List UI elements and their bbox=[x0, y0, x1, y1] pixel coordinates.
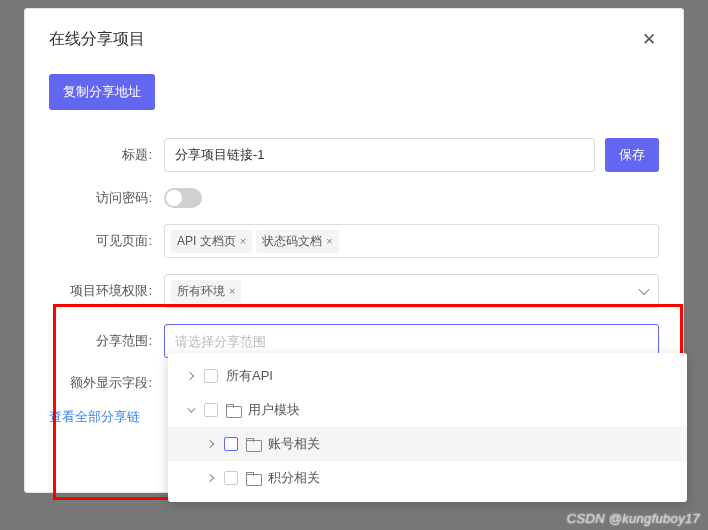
extra-label: 额外显示字段: bbox=[49, 374, 164, 392]
row-title: 标题: 保存 bbox=[49, 138, 659, 172]
scope-dropdown: 所有API 用户模块 账号相关 积分相关 bbox=[168, 353, 687, 502]
pages-tags[interactable]: API 文档页× 状态码文档× bbox=[164, 224, 659, 258]
modal-title: 在线分享项目 bbox=[49, 29, 145, 50]
copy-share-url-button[interactable]: 复制分享地址 bbox=[49, 74, 155, 110]
folder-icon bbox=[246, 473, 260, 484]
row-password: 访问密码: bbox=[49, 188, 659, 208]
checkbox[interactable] bbox=[204, 369, 218, 383]
save-button[interactable]: 保存 bbox=[605, 138, 659, 172]
password-toggle[interactable] bbox=[164, 188, 202, 208]
env-tag: 所有环境× bbox=[171, 280, 241, 303]
chevron-right-icon bbox=[204, 472, 216, 484]
tree-item-account[interactable]: 账号相关 bbox=[168, 427, 687, 461]
pages-label: 可见页面: bbox=[49, 232, 164, 250]
row-env: 项目环境权限: 所有环境× bbox=[49, 274, 659, 308]
title-label: 标题: bbox=[49, 146, 164, 164]
scope-label: 分享范围: bbox=[49, 332, 164, 350]
chevron-right-icon bbox=[204, 438, 216, 450]
chevron-right-icon bbox=[184, 370, 196, 382]
tree-item-user-module[interactable]: 用户模块 bbox=[168, 393, 687, 427]
row-pages: 可见页面: API 文档页× 状态码文档× bbox=[49, 224, 659, 258]
folder-icon bbox=[226, 405, 240, 416]
tree-item-all-api[interactable]: 所有API bbox=[168, 359, 687, 393]
close-icon[interactable]: ✕ bbox=[639, 30, 659, 50]
remove-tag-icon[interactable]: × bbox=[240, 235, 246, 247]
watermark: CSDN @kungfuboy17 bbox=[567, 511, 700, 526]
page-tag: API 文档页× bbox=[171, 230, 252, 253]
tree-label: 账号相关 bbox=[268, 435, 320, 453]
checkbox[interactable] bbox=[224, 437, 238, 451]
remove-tag-icon[interactable]: × bbox=[229, 285, 235, 297]
tree-label: 用户模块 bbox=[248, 401, 300, 419]
env-select[interactable]: 所有环境× bbox=[164, 274, 659, 308]
remove-tag-icon[interactable]: × bbox=[326, 235, 332, 247]
tree-label: 积分相关 bbox=[268, 469, 320, 487]
env-label: 项目环境权限: bbox=[49, 282, 164, 300]
page-tag: 状态码文档× bbox=[256, 230, 338, 253]
chevron-down-icon bbox=[184, 404, 196, 416]
tree-label: 所有API bbox=[226, 367, 273, 385]
tree-item-points[interactable]: 积分相关 bbox=[168, 461, 687, 495]
folder-icon bbox=[246, 439, 260, 450]
checkbox[interactable] bbox=[204, 403, 218, 417]
checkbox[interactable] bbox=[224, 471, 238, 485]
modal-header: 在线分享项目 ✕ bbox=[49, 29, 659, 50]
title-input[interactable] bbox=[164, 138, 595, 172]
password-label: 访问密码: bbox=[49, 189, 164, 207]
